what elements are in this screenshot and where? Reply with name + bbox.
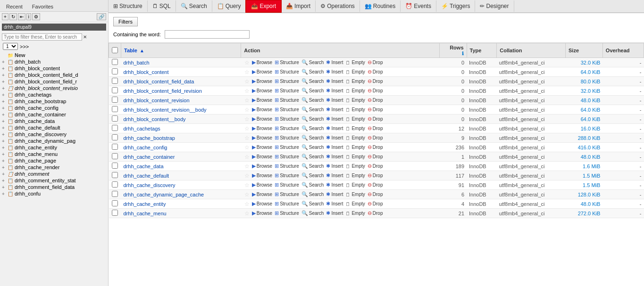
table-name-cell[interactable]: drhh_batch xyxy=(121,58,241,67)
search-button[interactable]: 🔍Search xyxy=(301,97,325,104)
structure-button[interactable]: ⊞Structure xyxy=(274,153,300,160)
browse-button[interactable]: ▶Browse xyxy=(251,210,273,217)
structure-button[interactable]: ⊞Structure xyxy=(274,144,300,151)
table-name-cell[interactable]: drhh_cache_discovery xyxy=(121,180,241,190)
drop-button[interactable]: ⊖Drop xyxy=(367,125,384,132)
table-name-cell[interactable]: drhh_block_content xyxy=(121,67,241,77)
structure-button[interactable]: ⊞Structure xyxy=(274,78,300,85)
table-name-cell[interactable]: drhh_cache_dynamic_page_cache xyxy=(121,190,241,199)
drop-button[interactable]: ⊖Drop xyxy=(367,172,384,179)
empty-button[interactable]: 🗒Empty xyxy=(344,144,366,151)
drop-button[interactable]: ⊖Drop xyxy=(367,87,384,94)
table-name-cell[interactable]: drhh_cache_bootstrap xyxy=(121,133,241,143)
row-checkbox[interactable] xyxy=(112,125,118,131)
search-button[interactable]: 🔍Search xyxy=(301,125,325,132)
tree-item-drhh_block_content_field_r[interactable]: + 📋 drhh_block_content_field_r xyxy=(0,78,108,85)
sidebar-filter-input[interactable] xyxy=(2,33,82,41)
insert-button[interactable]: ✱Insert xyxy=(325,210,344,217)
tree-item-drhh_cache_dynamic_pag[interactable]: + 📋 drhh_cache_dynamic_pag xyxy=(0,138,108,144)
link-button[interactable]: 🔗 xyxy=(97,13,106,20)
drop-button[interactable]: ⊖Drop xyxy=(367,191,384,198)
empty-button[interactable]: 🗒Empty xyxy=(344,97,366,104)
table-name-cell[interactable]: drhh_cache_data xyxy=(121,162,241,171)
row-checkbox[interactable] xyxy=(112,200,118,206)
table-name-cell[interactable]: drhh_cache_entity xyxy=(121,199,241,209)
row-checkbox[interactable] xyxy=(112,59,118,65)
empty-button[interactable]: 🗒Empty xyxy=(344,59,366,66)
star-button[interactable]: ☆ xyxy=(243,106,251,113)
tree-item-drhh_cache_entity[interactable]: + 📋 drhh_cache_entity xyxy=(0,144,108,151)
drop-button[interactable]: ⊖Drop xyxy=(367,134,384,141)
insert-button[interactable]: ✱Insert xyxy=(325,144,344,151)
star-button[interactable]: ☆ xyxy=(243,182,251,188)
drop-button[interactable]: ⊖Drop xyxy=(367,163,384,170)
browse-button[interactable]: ▶Browse xyxy=(251,163,273,170)
sidebar-tab-recent[interactable]: Recent xyxy=(3,2,26,11)
tree-item-drhh_cache_render[interactable]: + 📋 drhh_cache_render xyxy=(0,164,108,171)
tree-item-drhh_cache_config[interactable]: + 📋 drhh_cache_config xyxy=(0,105,108,111)
row-checkbox[interactable] xyxy=(112,163,118,169)
insert-button[interactable]: ✱Insert xyxy=(325,87,344,94)
browse-button[interactable]: ▶Browse xyxy=(251,125,273,132)
row-checkbox[interactable] xyxy=(112,87,118,93)
select-all-checkbox[interactable] xyxy=(112,47,118,53)
empty-button[interactable]: 🗒Empty xyxy=(344,201,366,207)
insert-button[interactable]: ✱Insert xyxy=(325,97,344,104)
empty-button[interactable]: 🗒Empty xyxy=(344,163,366,170)
drop-button[interactable]: ⊖Drop xyxy=(367,200,384,207)
star-button[interactable]: ☆ xyxy=(243,210,251,217)
structure-button[interactable]: ⊞Structure xyxy=(274,115,300,123)
insert-button[interactable]: ✱Insert xyxy=(325,125,344,132)
search-button[interactable]: 🔍Search xyxy=(301,87,325,94)
col-table[interactable]: Table ▲ xyxy=(121,43,241,58)
row-checkbox[interactable] xyxy=(112,144,118,150)
structure-button[interactable]: ⊞Structure xyxy=(274,97,300,104)
nav-next[interactable]: >>> xyxy=(20,44,29,49)
tree-item-drhh_block_content[interactable]: + 📋 drhh_block_content xyxy=(0,65,108,72)
insert-button[interactable]: ✱Insert xyxy=(325,163,344,170)
star-button[interactable]: ☆ xyxy=(243,125,251,132)
empty-button[interactable]: 🗒Empty xyxy=(344,154,366,160)
structure-button[interactable]: ⊞Structure xyxy=(274,87,300,94)
row-checkbox[interactable] xyxy=(112,78,118,84)
empty-button[interactable]: 🗒Empty xyxy=(344,210,366,217)
table-name-cell[interactable]: drhh_block_content_field_revision xyxy=(121,86,241,96)
search-button[interactable]: 🔍Search xyxy=(301,200,325,207)
structure-button[interactable]: ⊞Structure xyxy=(274,125,300,132)
tree-item-drhh_comment_field_data[interactable]: + 📋 drhh_comment_field_data xyxy=(0,184,108,190)
star-button[interactable]: ☆ xyxy=(243,88,251,94)
tab-search[interactable]: 🔍 Search xyxy=(176,0,212,12)
browse-button[interactable]: ▶Browse xyxy=(251,181,273,188)
tree-item-drhh_comment[interactable]: + 📋 drhh_comment xyxy=(0,171,108,177)
drop-button[interactable]: ⊖Drop xyxy=(367,106,384,113)
drop-button[interactable]: ⊖Drop xyxy=(367,181,384,188)
drop-button[interactable]: ⊖Drop xyxy=(367,78,384,85)
empty-button[interactable]: 🗒Empty xyxy=(344,172,366,179)
structure-button[interactable]: ⊞Structure xyxy=(274,181,300,188)
star-button[interactable]: ☆ xyxy=(243,191,251,198)
tab-operations[interactable]: ⚙ Operations xyxy=(316,0,360,12)
drop-button[interactable]: ⊖Drop xyxy=(367,68,384,75)
table-name-cell[interactable]: drhh_block_content__body xyxy=(121,114,241,124)
star-button[interactable]: ☆ xyxy=(243,172,251,179)
browse-button[interactable]: ▶Browse xyxy=(251,200,273,207)
search-button[interactable]: 🔍Search xyxy=(301,144,325,151)
search-button[interactable]: 🔍Search xyxy=(301,106,325,113)
browse-button[interactable]: ▶Browse xyxy=(251,144,273,151)
star-button[interactable]: ☆ xyxy=(243,97,251,104)
insert-button[interactable]: ✱Insert xyxy=(325,200,344,207)
tab-structure[interactable]: ⊞ Structure xyxy=(109,0,148,12)
table-name-cell[interactable]: drhh_cache_menu xyxy=(121,209,241,218)
filters-word-input[interactable] xyxy=(165,30,250,39)
tab-import[interactable]: 📥 Import xyxy=(281,0,316,12)
row-checkbox[interactable] xyxy=(112,134,118,140)
star-button[interactable]: ☆ xyxy=(243,135,251,141)
search-button[interactable]: 🔍Search xyxy=(301,78,325,85)
search-button[interactable]: 🔍Search xyxy=(301,153,325,160)
tree-item-drhh_comment_entity_stat[interactable]: + 📋 drhh_comment_entity_stat xyxy=(0,177,108,184)
drop-button[interactable]: ⊖Drop xyxy=(367,115,384,123)
tab-triggers[interactable]: ⚡ Triggers xyxy=(436,0,476,12)
table-name-cell[interactable]: drhh_cache_config xyxy=(121,143,241,152)
search-button[interactable]: 🔍Search xyxy=(301,59,325,66)
row-checkbox[interactable] xyxy=(112,191,118,197)
